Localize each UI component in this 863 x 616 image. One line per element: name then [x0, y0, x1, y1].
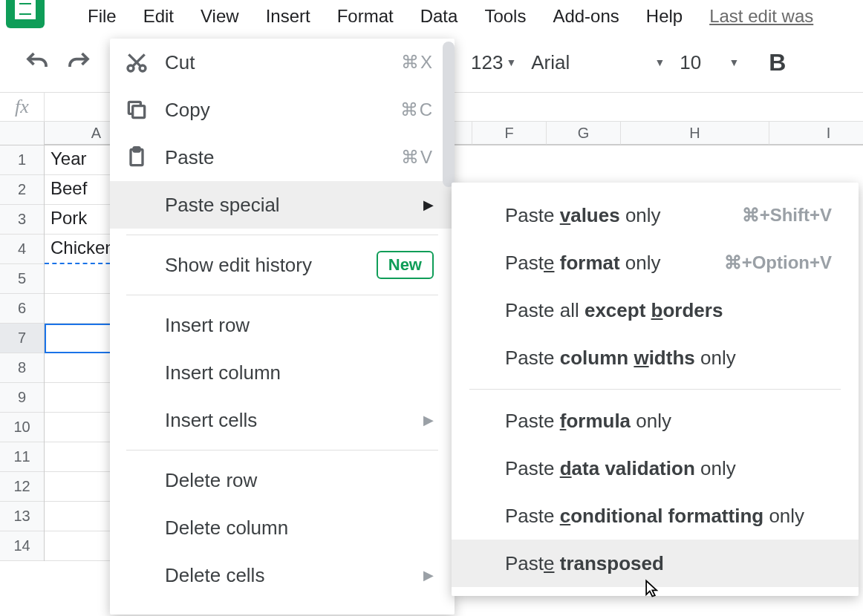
shortcut: ⌘+Shift+V: [742, 205, 832, 226]
chevron-right-icon: ▶: [423, 197, 434, 213]
blank-icon: [125, 563, 149, 587]
row-header[interactable]: 12: [0, 472, 44, 502]
menu-delete-cells[interactable]: Delete cells ▶: [110, 551, 455, 599]
undo-icon[interactable]: [24, 49, 51, 76]
caret-down-icon: ▼: [654, 56, 665, 68]
row-headers: 1 2 3 4 5 6 7 8 9 10 11 12 13 14: [0, 145, 45, 561]
submenu-paste-conditional-formatting[interactable]: Paste conditional formatting only: [452, 492, 859, 540]
menu-insert[interactable]: Insert: [253, 1, 324, 31]
menu-insert-col-label: Insert column: [165, 361, 434, 384]
col-header[interactable]: H: [621, 122, 769, 145]
shortcut: ⌘V: [401, 147, 434, 168]
menu-paste[interactable]: Paste ⌘V: [110, 134, 455, 181]
last-edit-link[interactable]: Last edit was: [709, 6, 813, 27]
submenu-label: Paste all except borders: [505, 299, 832, 322]
submenu-label: Paste data validation only: [505, 457, 832, 480]
submenu-label: Paste values only: [505, 204, 742, 227]
submenu-label: Paste formula only: [505, 410, 832, 433]
menu-view[interactable]: View: [187, 1, 253, 31]
context-menu: Cut ⌘X Copy ⌘C Paste ⌘V Paste special ▶ …: [110, 39, 455, 615]
fx-icon: fx: [0, 93, 45, 121]
row-header[interactable]: 14: [0, 531, 44, 561]
menu-delete-row[interactable]: Delete row: [110, 456, 455, 504]
row-header[interactable]: 2: [0, 175, 44, 205]
row-header[interactable]: 5: [0, 264, 44, 294]
submenu-paste-formula[interactable]: Paste formula only: [452, 397, 859, 445]
col-header[interactable]: G: [547, 122, 621, 145]
blank-icon: [125, 408, 149, 432]
caret-down-icon: ▼: [729, 56, 739, 68]
scrollbar[interactable]: [443, 42, 455, 187]
font-dropdown[interactable]: Arial ▼: [531, 51, 665, 74]
submenu-paste-values[interactable]: Paste values only ⌘+Shift+V: [452, 191, 859, 239]
menu-help[interactable]: Help: [633, 1, 696, 31]
select-all-corner[interactable]: [0, 122, 45, 145]
row-header[interactable]: 10: [0, 413, 44, 442]
divider: [126, 450, 438, 450]
font-size-dropdown[interactable]: 10 ▼: [680, 51, 739, 74]
submenu-label: Paste conditional formatting only: [505, 505, 832, 528]
caret-down-icon: ▼: [506, 56, 516, 68]
menu-insert-cells-label: Insert cells: [165, 409, 407, 432]
row-header[interactable]: 8: [0, 353, 44, 383]
menu-delete-cells-label: Delete cells: [165, 564, 407, 587]
menu-addons[interactable]: Add-ons: [539, 1, 632, 31]
menu-data[interactable]: Data: [407, 1, 472, 31]
menu-edit[interactable]: Edit: [130, 1, 187, 31]
blank-icon: [125, 313, 149, 337]
chevron-right-icon: ▶: [423, 567, 434, 583]
submenu-label: Paste format only: [505, 252, 724, 275]
divider: [126, 295, 438, 295]
shortcut: ⌘C: [400, 99, 434, 120]
menu-insert-row[interactable]: Insert row: [110, 301, 455, 349]
row-header[interactable]: 1: [0, 145, 44, 175]
menu-file[interactable]: File: [74, 1, 130, 31]
menu-show-edit-history[interactable]: Show edit history New: [110, 241, 455, 289]
cut-icon: [125, 50, 149, 74]
row-header[interactable]: 13: [0, 502, 44, 531]
menu-paste-special[interactable]: Paste special ▶: [110, 181, 455, 229]
menu-copy[interactable]: Copy ⌘C: [110, 86, 455, 134]
menu-cut[interactable]: Cut ⌘X: [110, 39, 455, 86]
blank-icon: [125, 468, 149, 492]
menu-delete-column[interactable]: Delete column: [110, 504, 455, 551]
chevron-right-icon: ▶: [423, 412, 434, 428]
redo-icon[interactable]: [65, 49, 92, 76]
submenu-paste-except-borders[interactable]: Paste all except borders: [452, 286, 859, 334]
font-size-label: 10: [680, 51, 701, 74]
menu-insert-cells[interactable]: Insert cells ▶: [110, 396, 455, 444]
menu-format[interactable]: Format: [324, 1, 407, 31]
number-format-dropdown[interactable]: 123 ▼: [471, 51, 516, 74]
menu-delete-row-label: Delete row: [165, 469, 434, 492]
shortcut: ⌘X: [401, 52, 434, 73]
menu-paste-special-label: Paste special: [165, 194, 407, 217]
new-badge: New: [377, 251, 434, 279]
menu-tools[interactable]: Tools: [471, 1, 539, 31]
svg-rect-2: [133, 106, 145, 118]
submenu-paste-data-validation[interactable]: Paste data validation only: [452, 445, 859, 492]
blank-icon: [125, 361, 149, 384]
shortcut: ⌘+Option+V: [724, 252, 832, 273]
row-header[interactable]: 9: [0, 383, 44, 413]
row-header[interactable]: 4: [0, 235, 44, 264]
submenu-paste-column-widths[interactable]: Paste column widths only: [452, 334, 859, 381]
submenu-label: Paste transposed: [505, 552, 832, 575]
bold-button[interactable]: B: [769, 49, 786, 76]
submenu-paste-format[interactable]: Paste format only ⌘+Option+V: [452, 239, 859, 286]
col-header[interactable]: F: [472, 122, 547, 145]
blank-icon: [125, 516, 149, 540]
menu-bar: File Edit View Insert Format Data Tools …: [0, 0, 863, 33]
submenu-paste-transposed[interactable]: Paste transposed: [452, 540, 859, 587]
row-header[interactable]: 6: [0, 294, 44, 324]
row-header[interactable]: 11: [0, 442, 44, 472]
row-header[interactable]: 7: [0, 324, 44, 353]
row-header[interactable]: 3: [0, 205, 44, 235]
col-header[interactable]: I: [769, 122, 863, 145]
menu-copy-label: Copy: [165, 99, 384, 122]
menu-cut-label: Cut: [165, 51, 385, 74]
blank-icon: [125, 193, 149, 217]
paste-special-submenu: Paste values only ⌘+Shift+V Paste format…: [452, 183, 859, 596]
menu-insert-column[interactable]: Insert column: [110, 349, 455, 396]
divider: [469, 389, 841, 390]
menu-show-edit-label: Show edit history: [165, 254, 360, 277]
